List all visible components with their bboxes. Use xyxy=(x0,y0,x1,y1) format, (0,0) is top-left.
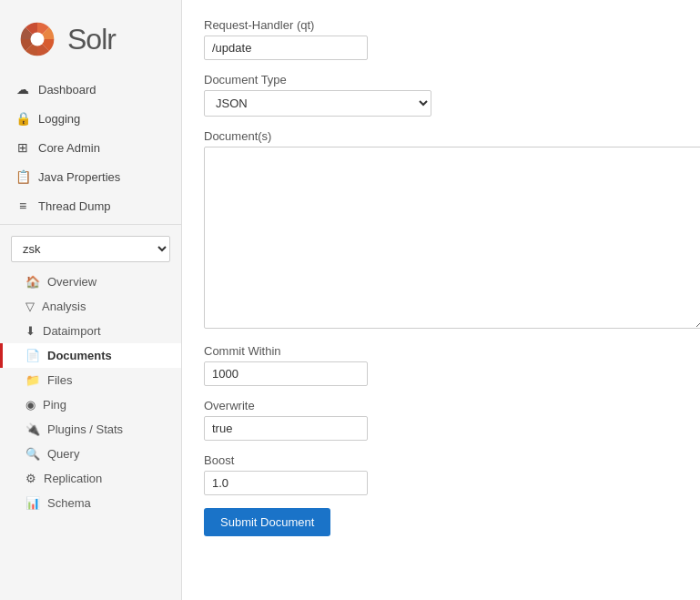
overwrite-label: Overwrite xyxy=(204,399,678,412)
ping-icon: ◉ xyxy=(25,398,36,412)
sidebar-item-analysis[interactable]: ▽ Analysis xyxy=(0,294,181,319)
document-type-select[interactable]: JSON XML CSV Document Builder xyxy=(204,90,431,117)
document-type-label: Document Type xyxy=(204,73,678,86)
submit-document-button[interactable]: Submit Document xyxy=(204,508,330,536)
sidebar-item-java-properties[interactable]: 📋 Java Properties xyxy=(0,162,181,191)
files-icon: 📁 xyxy=(25,373,40,387)
logo-text: Solr xyxy=(67,23,116,56)
thread-dump-icon: ≡ xyxy=(15,198,31,214)
plugins-stats-icon: 🔌 xyxy=(25,422,40,436)
sidebar-item-thread-dump[interactable]: ≡ Thread Dump xyxy=(0,191,181,220)
sidebar-item-dashboard-label: Dashboard xyxy=(38,83,96,97)
documents-label: Document(s) xyxy=(204,129,678,143)
core-admin-icon: ⊞ xyxy=(15,139,31,156)
sidebar-item-ping[interactable]: ◉ Ping xyxy=(0,392,181,417)
sidebar-item-schema-label: Schema xyxy=(47,496,91,510)
logging-icon: 🔒 xyxy=(15,110,31,127)
main-content: Request-Handler (qt) Document Type JSON … xyxy=(182,0,700,600)
overwrite-row: Overwrite xyxy=(204,399,678,441)
sidebar-item-ping-label: Ping xyxy=(43,398,66,412)
sidebar-item-dataimport[interactable]: ⬇ Dataimport xyxy=(0,319,181,343)
sidebar-item-dataimport-label: Dataimport xyxy=(43,324,101,338)
submit-row: Submit Document xyxy=(204,508,678,536)
solr-logo-icon xyxy=(15,16,60,62)
svg-point-0 xyxy=(31,33,45,46)
sidebar-item-plugins-stats[interactable]: 🔌 Plugins / Stats xyxy=(0,417,181,442)
request-handler-row: Request-Handler (qt) xyxy=(204,18,678,60)
sidebar-item-query[interactable]: 🔍 Query xyxy=(0,442,181,466)
boost-row: Boost xyxy=(204,453,678,495)
query-icon: 🔍 xyxy=(25,447,40,461)
documents-icon: 📄 xyxy=(25,349,40,362)
sidebar-item-plugins-stats-label: Plugins / Stats xyxy=(47,422,123,436)
sidebar-item-overview-label: Overview xyxy=(47,275,96,289)
request-handler-input[interactable] xyxy=(204,36,368,60)
sidebar-item-documents[interactable]: 📄 Documents xyxy=(0,343,181,368)
sidebar-item-analysis-label: Analysis xyxy=(42,300,86,313)
dashboard-icon: ☁ xyxy=(15,81,31,97)
sidebar-item-thread-dump-label: Thread Dump xyxy=(38,199,110,213)
sidebar-item-query-label: Query xyxy=(47,447,79,461)
sidebar-item-logging[interactable]: 🔒 Logging xyxy=(0,104,181,133)
sidebar-item-files[interactable]: 📁 Files xyxy=(0,368,181,392)
dataimport-icon: ⬇ xyxy=(25,324,36,338)
sidebar-item-documents-label: Documents xyxy=(47,349,112,362)
java-properties-icon: 📋 xyxy=(15,168,31,185)
sidebar-item-files-label: Files xyxy=(47,373,72,387)
overview-icon: 🏠 xyxy=(25,275,40,289)
sidebar-item-core-admin-label: Core Admin xyxy=(38,141,100,155)
sidebar-item-logging-label: Logging xyxy=(38,112,80,126)
replication-icon: ⚙ xyxy=(25,472,36,485)
boost-input[interactable] xyxy=(204,471,368,495)
sidebar: Solr ☁ Dashboard 🔒 Logging ⊞ Core Admin … xyxy=(0,0,182,600)
commit-within-label: Commit Within xyxy=(204,344,678,358)
sidebar-item-replication-label: Replication xyxy=(44,472,102,485)
sidebar-item-replication[interactable]: ⚙ Replication xyxy=(0,466,181,491)
nav-divider xyxy=(0,224,181,225)
logo-area: Solr xyxy=(0,0,181,75)
sidebar-item-dashboard[interactable]: ☁ Dashboard xyxy=(0,75,181,104)
boost-label: Boost xyxy=(204,453,678,467)
sidebar-item-core-admin[interactable]: ⊞ Core Admin xyxy=(0,133,181,162)
overwrite-input[interactable] xyxy=(204,416,368,441)
sidebar-item-java-properties-label: Java Properties xyxy=(38,170,120,184)
sidebar-item-schema[interactable]: 📊 Schema xyxy=(0,491,181,515)
core-selector[interactable]: zsk xyxy=(11,236,170,262)
commit-within-input[interactable] xyxy=(204,361,368,386)
analysis-icon: ▽ xyxy=(25,300,35,313)
request-handler-label: Request-Handler (qt) xyxy=(204,18,678,32)
sidebar-item-overview[interactable]: 🏠 Overview xyxy=(0,269,181,294)
core-selector-wrap: zsk xyxy=(0,229,181,269)
documents-row: Document(s) xyxy=(204,129,678,331)
documents-textarea[interactable] xyxy=(204,147,700,329)
schema-icon: 📊 xyxy=(25,496,40,510)
commit-within-row: Commit Within xyxy=(204,344,678,386)
document-type-row: Document Type JSON XML CSV Document Buil… xyxy=(204,73,678,117)
